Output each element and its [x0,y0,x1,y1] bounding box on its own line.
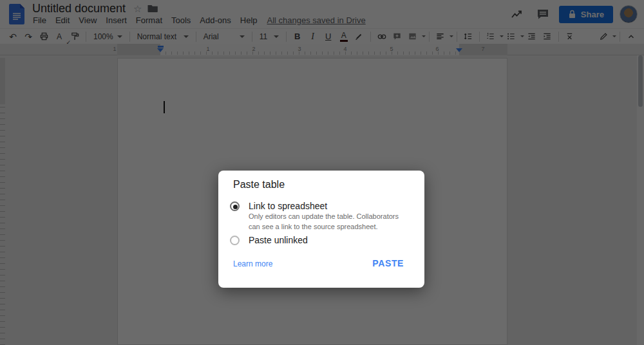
radio-link-to-spreadsheet[interactable] [230,201,240,211]
radio-paste-unlinked[interactable] [230,236,240,245]
google-docs-app: Untitled document ☆ File Edit View Inser… [0,0,644,345]
dialog-title: Paste table [233,179,285,191]
paste-button[interactable]: PASTE [367,254,409,272]
option-unlinked-label[interactable]: Paste unlinked [249,235,308,245]
paste-table-dialog: Paste table Link to spreadsheet Only edi… [218,171,424,288]
learn-more-link[interactable]: Learn more [233,259,272,268]
option-link-description: Only editors can update the table. Colla… [249,212,402,232]
option-link-label[interactable]: Link to spreadsheet [249,201,327,211]
